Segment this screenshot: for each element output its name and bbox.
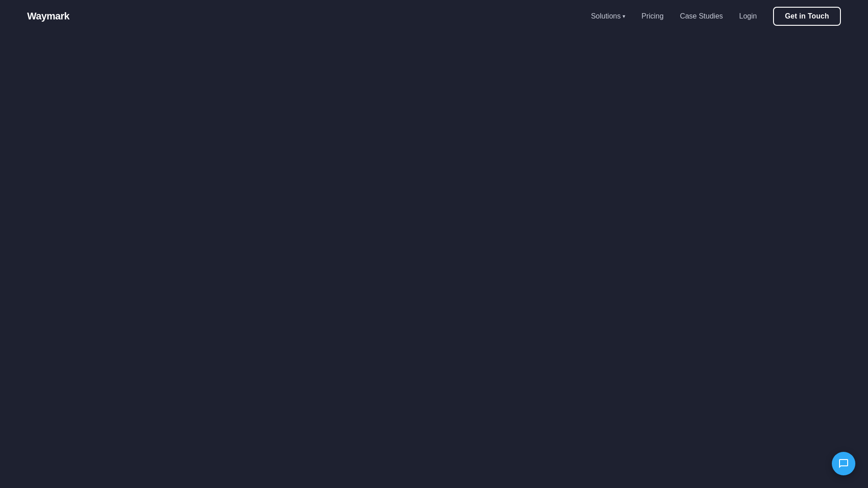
nav-pricing[interactable]: Pricing — [642, 12, 664, 20]
chevron-down-icon: ▾ — [623, 13, 625, 19]
chat-icon — [838, 458, 849, 469]
main-content — [0, 33, 868, 488]
get-in-touch-button[interactable]: Get in Touch — [773, 7, 841, 26]
nav-links: Solutions ▾ Pricing Case Studies Login G… — [591, 7, 841, 26]
nav-login[interactable]: Login — [739, 12, 757, 20]
nav-case-studies[interactable]: Case Studies — [680, 12, 723, 20]
nav-solutions[interactable]: Solutions ▾ — [591, 12, 625, 20]
chat-widget-button[interactable] — [832, 452, 855, 475]
site-logo[interactable]: Waymark — [27, 10, 70, 22]
navbar: Waymark Solutions ▾ Pricing Case Studies… — [0, 0, 868, 33]
